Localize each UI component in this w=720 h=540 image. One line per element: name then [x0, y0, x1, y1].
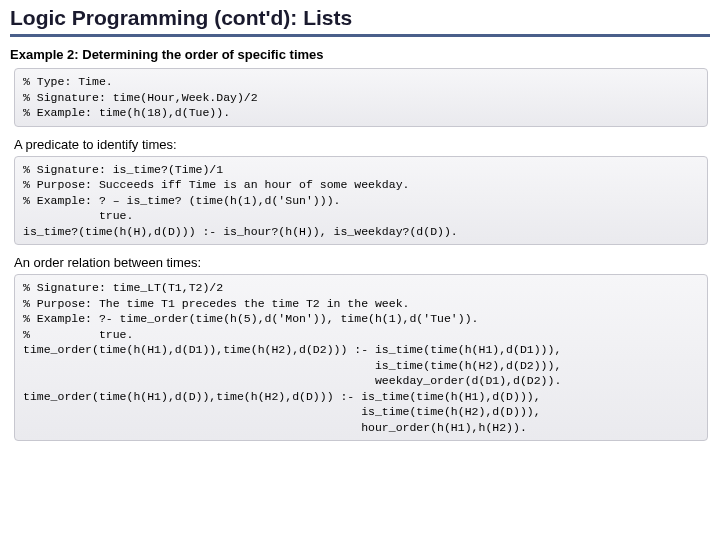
code-block-type: % Type: Time. % Signature: time(Hour,Wee…	[14, 68, 708, 127]
code-block-time-order: % Signature: time_LT(T1,T2)/2 % Purpose:…	[14, 274, 708, 441]
slide-title: Logic Programming (cont'd): Lists	[10, 6, 710, 32]
title-underline	[10, 34, 710, 37]
heading-predicate-identify: A predicate to identify times:	[0, 131, 720, 156]
example-subtitle: Example 2: Determining the order of spec…	[0, 39, 720, 68]
heading-order-relation: An order relation between times:	[0, 249, 720, 274]
code-block-is-time: % Signature: is_time?(Time)/1 % Purpose:…	[14, 156, 708, 246]
